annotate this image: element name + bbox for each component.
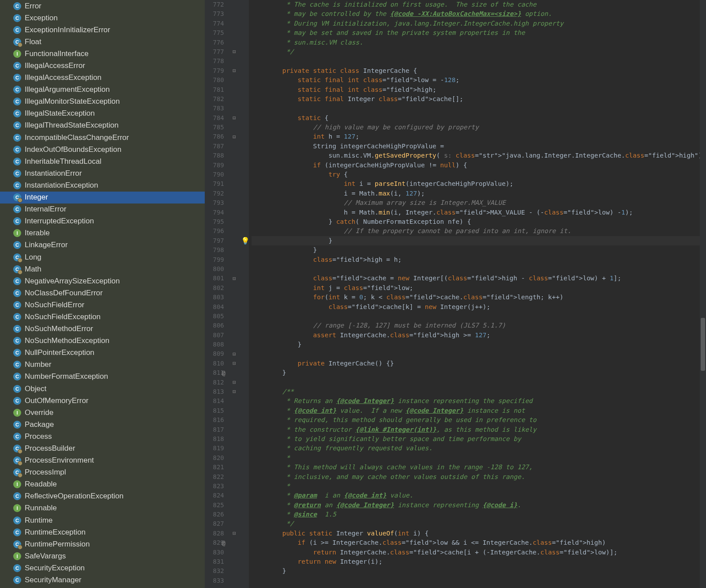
code-line[interactable]: // Maximum array size is Integer.MAX_VAL… (252, 198, 706, 207)
tree-item-nosuchfielderror[interactable]: CNoSuchFieldError (0, 299, 205, 311)
override-icon[interactable]: @ (221, 539, 227, 547)
code-line[interactable] (252, 312, 706, 321)
tree-item-object[interactable]: CObject (0, 383, 205, 395)
tree-item-processenvironment[interactable]: CProcessEnvironment (0, 455, 205, 467)
tree-item-package[interactable]: CPackage (0, 418, 205, 430)
tree-item-float[interactable]: CFloat (0, 36, 205, 48)
fold-icon[interactable]: ⊟ (231, 134, 237, 140)
tree-item-exception[interactable]: CException (0, 12, 205, 24)
code-line[interactable]: * to yield significantly better space an… (252, 434, 706, 444)
vertical-scrollbar[interactable] (700, 0, 706, 588)
tree-item-nosuchmethodexception[interactable]: CNoSuchMethodException (0, 335, 205, 347)
code-line[interactable]: * sun.misc.VM class. (252, 38, 706, 47)
project-tree[interactable]: CErrorCExceptionCExceptionInInitializerE… (0, 0, 205, 588)
tree-item-linkageerror[interactable]: CLinkageError (0, 239, 205, 251)
tree-item-indexoutofboundsexception[interactable]: CIndexOutOfBoundsException (0, 143, 205, 155)
code-line[interactable]: class="field">cache[k] = new Integer(j++… (252, 302, 706, 312)
fold-icon[interactable]: ⊟ (231, 68, 237, 74)
code-line[interactable]: * the constructor {@link #Integer(int)},… (252, 425, 706, 434)
code-line[interactable]: * may be controlled by the {@code -XX:Au… (252, 9, 706, 19)
code-line[interactable]: private IntegerCache() {} (252, 359, 706, 368)
tree-item-math[interactable]: CMath (0, 263, 205, 275)
code-line[interactable]: int j = class="field">low; (252, 283, 706, 293)
code-line[interactable]: * @param i an {@code int} value. (252, 491, 706, 500)
fold-icon[interactable]: ⊟ (231, 115, 237, 121)
code-line[interactable]: * During VM initialization, java.lang.In… (252, 19, 706, 28)
tree-item-illegalaccesserror[interactable]: CIllegalAccessError (0, 60, 205, 72)
code-line[interactable]: if (integerCacheHighPropValue != null) { (252, 161, 706, 170)
code-line[interactable]: * @since 1.5 (252, 510, 706, 519)
tree-item-numberformatexception[interactable]: CNumberFormatException (0, 371, 205, 383)
tree-item-securityexception[interactable]: CSecurityException (0, 562, 205, 574)
tree-item-iterable[interactable]: IIterable (0, 227, 205, 239)
tree-item-safevarargs[interactable]: ISafeVarargs (0, 550, 205, 562)
code-line[interactable]: } (252, 566, 706, 576)
code-line[interactable]: public static Integer valueOf(int i) { (252, 529, 706, 538)
tree-item-functionalinterface[interactable]: IFunctionalInterface (0, 48, 205, 60)
code-line[interactable]: static final int class="field">high; (252, 85, 706, 94)
tree-item-illegalstateexception[interactable]: CIllegalStateException (0, 108, 205, 120)
code-line[interactable]: * The cache is initialized on first usag… (252, 0, 706, 9)
scrollbar-thumb[interactable] (701, 318, 705, 371)
tree-item-override[interactable]: IOverride (0, 407, 205, 418)
tree-item-internalerror[interactable]: CInternalError (0, 204, 205, 215)
tree-item-runtime[interactable]: CRuntime (0, 514, 205, 526)
tree-item-inheritablethreadlocal[interactable]: CInheritableThreadLocal (0, 155, 205, 167)
fold-icon[interactable]: ⊟ (231, 530, 237, 536)
tree-item-error[interactable]: CError (0, 0, 205, 12)
tree-item-outofmemoryerror[interactable]: COutOfMemoryError (0, 395, 205, 407)
fold-icon[interactable]: ⊟ (231, 49, 237, 55)
code-line[interactable]: } catch( NumberFormatException nfe) { (252, 217, 706, 226)
code-line[interactable]: assert IntegerCache.class="field">high >… (252, 331, 706, 340)
code-line[interactable]: return IntegerCache.class="field">cache[… (252, 548, 706, 557)
code-line[interactable]: * Returns an {@code Integer} instance re… (252, 396, 706, 406)
code-line[interactable]: int h = 127; (252, 132, 706, 141)
tree-item-nullpointerexception[interactable]: CNullPointerException (0, 347, 205, 359)
code-line[interactable]: * {@code int} value. If a new {@code Int… (252, 406, 706, 415)
tree-item-number[interactable]: CNumber (0, 359, 205, 371)
code-line[interactable]: for(int k = 0; k < class="field">cache.c… (252, 293, 706, 302)
code-line[interactable]: class="field">cache = new Integer[(class… (252, 274, 706, 283)
code-line[interactable]: } (252, 236, 706, 245)
tree-item-runtimepermission[interactable]: CRuntimePermission (0, 538, 205, 550)
code-editor[interactable]: 7727737747757767777787797807817827837847… (205, 0, 706, 588)
code-line[interactable]: static { (252, 113, 706, 123)
code-line[interactable]: // high value may be configured by prope… (252, 123, 706, 132)
tree-item-integer[interactable]: CInteger (0, 192, 205, 204)
code-line[interactable] (252, 57, 706, 66)
tree-item-instantiationexception[interactable]: CInstantiationException (0, 179, 205, 191)
code-line[interactable]: */ (252, 47, 706, 57)
code-line[interactable]: } (252, 368, 706, 377)
tree-item-processbuilder[interactable]: CProcessBuilder (0, 442, 205, 454)
tree-item-illegalthreadstateexception[interactable]: CIllegalThreadStateException (0, 120, 205, 132)
tree-item-nosuchfieldexception[interactable]: CNoSuchFieldException (0, 311, 205, 323)
tree-item-illegalaccessexception[interactable]: CIllegalAccessException (0, 72, 205, 84)
override-icon[interactable]: @ (221, 369, 227, 377)
code-line[interactable]: * @return an {@code Integer} instance re… (252, 501, 706, 510)
intention-bulb-icon[interactable]: 💡 (241, 237, 247, 245)
code-text[interactable]: * The cache is initialized on first usag… (249, 0, 706, 588)
fold-icon[interactable]: ⊟ (231, 388, 237, 395)
code-line[interactable] (252, 264, 706, 274)
tree-item-nosuchmethoderror[interactable]: CNoSuchMethodError (0, 323, 205, 335)
tree-item-processimpl[interactable]: CProcessImpl (0, 467, 205, 479)
code-line[interactable]: } (252, 340, 706, 349)
code-line[interactable] (252, 349, 706, 358)
code-line[interactable]: // If the property cannot be parsed into… (252, 226, 706, 236)
code-line[interactable]: sun.misc.VM.getSavedProperty( s: class="… (252, 151, 706, 160)
code-line[interactable]: static final int class="field">low = -12… (252, 75, 706, 85)
code-line[interactable]: i = Math.max(i, 127); (252, 189, 706, 198)
fold-icon[interactable]: ⊟ (231, 379, 237, 385)
tree-item-exceptionininitializererror[interactable]: CExceptionInInitializerError (0, 24, 205, 36)
code-line[interactable]: * (252, 482, 706, 491)
tree-item-incompatibleclasschangeerror[interactable]: CIncompatibleClassChangeError (0, 132, 205, 143)
tree-item-reflectiveoperationexception[interactable]: CReflectiveOperationException (0, 490, 205, 502)
code-line[interactable] (252, 104, 706, 113)
tree-item-illegalargumentexception[interactable]: CIllegalArgumentException (0, 84, 205, 96)
code-line[interactable]: * required, this method should generally… (252, 415, 706, 425)
tree-item-runtimeexception[interactable]: CRuntimeException (0, 526, 205, 538)
tree-item-process[interactable]: CProcess (0, 430, 205, 442)
code-line[interactable]: static final Integer class="field">cache… (252, 94, 706, 104)
code-line[interactable]: */ (252, 519, 706, 528)
code-line[interactable]: * caching frequently requested values. (252, 444, 706, 453)
